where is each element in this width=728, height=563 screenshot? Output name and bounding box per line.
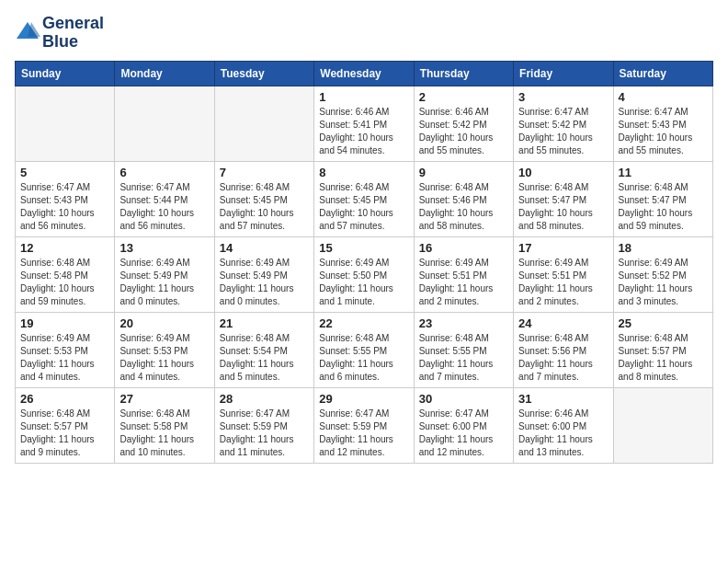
logo: General Blue xyxy=(15,15,104,52)
day-number: 20 xyxy=(119,316,209,330)
day-info: Sunrise: 6:49 AM Sunset: 5:49 PM Dayligh… xyxy=(220,257,309,308)
calendar-table: SundayMondayTuesdayWednesdayThursdayFrid… xyxy=(15,61,713,464)
calendar-day-cell: 7Sunrise: 6:48 AM Sunset: 5:45 PM Daylig… xyxy=(214,161,313,236)
day-info: Sunrise: 6:49 AM Sunset: 5:51 PM Dayligh… xyxy=(419,257,508,308)
calendar-day-cell: 15Sunrise: 6:49 AM Sunset: 5:50 PM Dayli… xyxy=(314,236,414,312)
page-header: General Blue xyxy=(15,15,713,52)
day-info: Sunrise: 6:48 AM Sunset: 5:46 PM Dayligh… xyxy=(419,181,508,233)
day-number: 5 xyxy=(20,166,109,179)
day-number: 14 xyxy=(220,241,309,255)
day-number: 4 xyxy=(619,90,708,104)
day-info: Sunrise: 6:49 AM Sunset: 5:50 PM Dayligh… xyxy=(319,257,408,308)
calendar-day-cell: 6Sunrise: 6:47 AM Sunset: 5:44 PM Daylig… xyxy=(115,161,214,236)
calendar-day-cell: 19Sunrise: 6:49 AM Sunset: 5:53 PM Dayli… xyxy=(16,312,115,387)
day-number: 25 xyxy=(619,316,708,330)
day-info: Sunrise: 6:47 AM Sunset: 5:43 PM Dayligh… xyxy=(619,106,708,157)
day-info: Sunrise: 6:48 AM Sunset: 5:58 PM Dayligh… xyxy=(119,408,209,459)
calendar-day-cell xyxy=(214,86,313,161)
calendar-day-cell: 26Sunrise: 6:48 AM Sunset: 5:57 PM Dayli… xyxy=(16,387,115,463)
day-number: 23 xyxy=(419,316,508,330)
day-info: Sunrise: 6:47 AM Sunset: 6:00 PM Dayligh… xyxy=(419,408,508,459)
day-number: 3 xyxy=(518,90,608,104)
calendar-day-cell: 21Sunrise: 6:48 AM Sunset: 5:54 PM Dayli… xyxy=(214,312,313,387)
calendar-day-cell: 10Sunrise: 6:48 AM Sunset: 5:47 PM Dayli… xyxy=(514,161,613,236)
calendar-day-cell: 31Sunrise: 6:46 AM Sunset: 6:00 PM Dayli… xyxy=(514,387,613,463)
day-info: Sunrise: 6:46 AM Sunset: 5:42 PM Dayligh… xyxy=(419,106,508,157)
day-info: Sunrise: 6:48 AM Sunset: 5:55 PM Dayligh… xyxy=(319,332,408,384)
calendar-weekday-header: Tuesday xyxy=(214,61,313,86)
calendar-day-cell: 9Sunrise: 6:48 AM Sunset: 5:46 PM Daylig… xyxy=(414,161,513,236)
day-info: Sunrise: 6:46 AM Sunset: 6:00 PM Dayligh… xyxy=(518,408,608,459)
day-info: Sunrise: 6:48 AM Sunset: 5:45 PM Dayligh… xyxy=(220,181,309,233)
calendar-day-cell: 29Sunrise: 6:47 AM Sunset: 5:59 PM Dayli… xyxy=(314,387,414,463)
day-number: 26 xyxy=(20,392,109,406)
calendar-day-cell: 27Sunrise: 6:48 AM Sunset: 5:58 PM Dayli… xyxy=(115,387,214,463)
calendar-day-cell: 17Sunrise: 6:49 AM Sunset: 5:51 PM Dayli… xyxy=(514,236,613,312)
calendar-day-cell: 30Sunrise: 6:47 AM Sunset: 6:00 PM Dayli… xyxy=(414,387,513,463)
calendar-day-cell xyxy=(115,86,214,161)
day-number: 2 xyxy=(419,90,508,104)
day-info: Sunrise: 6:49 AM Sunset: 5:51 PM Dayligh… xyxy=(518,257,608,308)
calendar-day-cell: 4Sunrise: 6:47 AM Sunset: 5:43 PM Daylig… xyxy=(613,86,712,161)
day-info: Sunrise: 6:47 AM Sunset: 5:42 PM Dayligh… xyxy=(518,106,608,157)
calendar-day-cell: 8Sunrise: 6:48 AM Sunset: 5:45 PM Daylig… xyxy=(314,161,414,236)
calendar-weekday-header: Sunday xyxy=(16,61,115,86)
day-info: Sunrise: 6:47 AM Sunset: 5:59 PM Dayligh… xyxy=(220,408,309,459)
calendar-day-cell: 12Sunrise: 6:48 AM Sunset: 5:48 PM Dayli… xyxy=(16,236,115,312)
calendar-week-row: 12Sunrise: 6:48 AM Sunset: 5:48 PM Dayli… xyxy=(16,236,713,312)
day-number: 29 xyxy=(319,392,408,406)
day-number: 28 xyxy=(220,392,309,406)
day-number: 18 xyxy=(619,241,708,255)
day-number: 27 xyxy=(119,392,209,406)
calendar-weekday-header: Saturday xyxy=(613,61,712,86)
day-info: Sunrise: 6:48 AM Sunset: 5:56 PM Dayligh… xyxy=(518,332,608,384)
calendar-day-cell: 25Sunrise: 6:48 AM Sunset: 5:57 PM Dayli… xyxy=(613,312,712,387)
calendar-header-row: SundayMondayTuesdayWednesdayThursdayFrid… xyxy=(16,61,713,86)
day-info: Sunrise: 6:49 AM Sunset: 5:53 PM Dayligh… xyxy=(20,332,109,384)
day-info: Sunrise: 6:48 AM Sunset: 5:45 PM Dayligh… xyxy=(319,181,408,233)
day-info: Sunrise: 6:48 AM Sunset: 5:47 PM Dayligh… xyxy=(619,181,708,233)
day-number: 31 xyxy=(518,392,608,406)
calendar-weekday-header: Thursday xyxy=(414,61,513,86)
calendar-day-cell: 28Sunrise: 6:47 AM Sunset: 5:59 PM Dayli… xyxy=(214,387,313,463)
calendar-week-row: 5Sunrise: 6:47 AM Sunset: 5:43 PM Daylig… xyxy=(16,161,713,236)
calendar-day-cell xyxy=(16,86,115,161)
calendar-day-cell: 14Sunrise: 6:49 AM Sunset: 5:49 PM Dayli… xyxy=(214,236,313,312)
day-number: 15 xyxy=(319,241,408,255)
day-info: Sunrise: 6:48 AM Sunset: 5:57 PM Dayligh… xyxy=(20,408,109,459)
day-number: 16 xyxy=(419,241,508,255)
logo-icon xyxy=(15,18,40,44)
day-number: 10 xyxy=(518,166,608,179)
calendar-day-cell: 22Sunrise: 6:48 AM Sunset: 5:55 PM Dayli… xyxy=(314,312,414,387)
calendar-day-cell: 3Sunrise: 6:47 AM Sunset: 5:42 PM Daylig… xyxy=(514,86,613,161)
day-info: Sunrise: 6:49 AM Sunset: 5:52 PM Dayligh… xyxy=(619,257,708,308)
day-number: 9 xyxy=(419,166,508,179)
day-number: 1 xyxy=(319,90,408,104)
day-number: 21 xyxy=(220,316,309,330)
day-number: 6 xyxy=(119,166,209,179)
calendar-day-cell: 2Sunrise: 6:46 AM Sunset: 5:42 PM Daylig… xyxy=(414,86,513,161)
calendar-day-cell xyxy=(613,387,712,463)
day-number: 7 xyxy=(220,166,309,179)
day-number: 13 xyxy=(119,241,209,255)
day-number: 30 xyxy=(419,392,508,406)
day-number: 17 xyxy=(518,241,608,255)
calendar-week-row: 1Sunrise: 6:46 AM Sunset: 5:41 PM Daylig… xyxy=(16,86,713,161)
day-number: 11 xyxy=(619,166,708,179)
logo-text: General Blue xyxy=(42,15,104,52)
day-number: 24 xyxy=(518,316,608,330)
day-info: Sunrise: 6:49 AM Sunset: 5:49 PM Dayligh… xyxy=(119,257,209,308)
day-info: Sunrise: 6:48 AM Sunset: 5:57 PM Dayligh… xyxy=(619,332,708,384)
day-info: Sunrise: 6:46 AM Sunset: 5:41 PM Dayligh… xyxy=(319,106,408,157)
day-info: Sunrise: 6:48 AM Sunset: 5:47 PM Dayligh… xyxy=(518,181,608,233)
calendar-day-cell: 16Sunrise: 6:49 AM Sunset: 5:51 PM Dayli… xyxy=(414,236,513,312)
day-info: Sunrise: 6:49 AM Sunset: 5:53 PM Dayligh… xyxy=(119,332,209,384)
calendar-weekday-header: Monday xyxy=(115,61,214,86)
day-info: Sunrise: 6:47 AM Sunset: 5:44 PM Dayligh… xyxy=(119,181,209,233)
calendar-day-cell: 1Sunrise: 6:46 AM Sunset: 5:41 PM Daylig… xyxy=(314,86,414,161)
day-info: Sunrise: 6:47 AM Sunset: 5:59 PM Dayligh… xyxy=(319,408,408,459)
day-number: 19 xyxy=(20,316,109,330)
calendar-day-cell: 5Sunrise: 6:47 AM Sunset: 5:43 PM Daylig… xyxy=(16,161,115,236)
calendar-weekday-header: Friday xyxy=(514,61,613,86)
calendar-week-row: 26Sunrise: 6:48 AM Sunset: 5:57 PM Dayli… xyxy=(16,387,713,463)
